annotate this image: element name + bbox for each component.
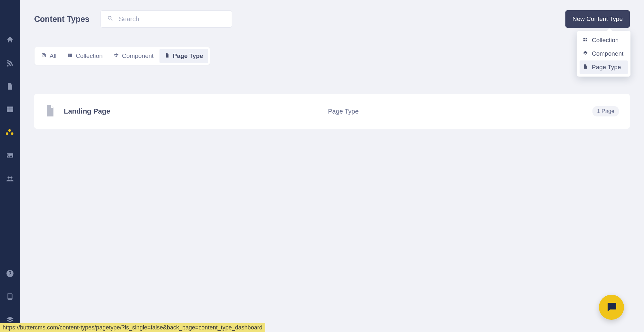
header-row: Content Types New Content Type — [34, 10, 630, 28]
dropdown-item-component[interactable]: Component — [580, 47, 628, 60]
filter-tab-label: Page Type — [173, 52, 203, 60]
sidebar-item-media[interactable] — [0, 145, 20, 168]
content-row-name: Landing Page — [64, 107, 328, 115]
sidebar-item-users[interactable] — [0, 168, 20, 191]
sidebar-item-blog[interactable] — [0, 52, 20, 75]
search-icon — [107, 15, 114, 23]
sidebar-item-collections[interactable] — [0, 98, 20, 122]
sidebar-item-pages[interactable] — [0, 75, 20, 98]
chat-widget-button[interactable] — [599, 295, 624, 320]
filter-tab-component[interactable]: Component — [109, 49, 159, 63]
content-row-badge: 1 Page — [592, 106, 619, 116]
filter-tab-label: All — [50, 52, 56, 60]
image-icon — [6, 152, 14, 161]
boxes-icon — [6, 128, 14, 138]
chat-icon — [606, 301, 617, 314]
grid-icon — [67, 52, 72, 60]
home-icon — [6, 36, 14, 45]
filter-tab-collection[interactable]: Collection — [62, 49, 108, 63]
main-content: Content Types New Content Type All Colle… — [20, 1, 644, 332]
grid-icon — [583, 37, 588, 44]
users-icon — [6, 175, 14, 184]
browser-status-url: https://buttercms.com/content-types/page… — [0, 323, 265, 332]
sidebar — [0, 0, 20, 332]
search-box[interactable] — [101, 10, 232, 28]
dropdown-item-label: Component — [592, 50, 623, 57]
page-icon — [45, 105, 55, 118]
content-row[interactable]: Landing Page Page Type 1 Page — [34, 94, 630, 129]
copy-icon — [41, 52, 46, 60]
dropdown-item-label: Collection — [592, 37, 619, 44]
filter-tab-label: Collection — [76, 52, 102, 60]
grid-icon — [6, 105, 14, 115]
dropdown-item-pagetype[interactable]: Page Type — [580, 60, 628, 74]
content-list: Landing Page Page Type 1 Page — [34, 94, 630, 129]
filter-tab-pagetype[interactable]: Page Type — [159, 49, 208, 63]
book-icon — [6, 292, 14, 302]
layers-icon — [114, 52, 119, 60]
sidebar-item-docs[interactable] — [0, 286, 20, 309]
sidebar-item-content-types[interactable] — [0, 122, 20, 145]
page-title: Content Types — [34, 14, 90, 24]
search-input[interactable] — [119, 15, 226, 23]
svg-rect-0 — [43, 54, 45, 57]
filter-row: All Collection Component Page Type — [34, 47, 630, 65]
sidebar-item-help[interactable] — [0, 263, 20, 286]
svg-rect-1 — [42, 54, 45, 56]
rss-icon — [6, 59, 14, 69]
content-row-type: Page Type — [328, 108, 592, 115]
question-icon — [6, 269, 14, 279]
filter-tab-all[interactable]: All — [36, 49, 62, 63]
filter-tabs: All Collection Component Page Type — [34, 47, 210, 65]
sidebar-item-home[interactable] — [0, 29, 20, 52]
page-icon — [583, 64, 588, 71]
dropdown-item-collection[interactable]: Collection — [580, 33, 628, 47]
filter-tab-label: Component — [122, 52, 154, 60]
dropdown-item-label: Page Type — [592, 64, 621, 71]
layers-icon — [583, 50, 588, 57]
new-content-type-button[interactable]: New Content Type — [565, 10, 630, 28]
new-content-type-dropdown: Collection Component Page Type — [577, 31, 630, 77]
page-icon — [165, 52, 170, 60]
page-icon — [6, 82, 14, 92]
